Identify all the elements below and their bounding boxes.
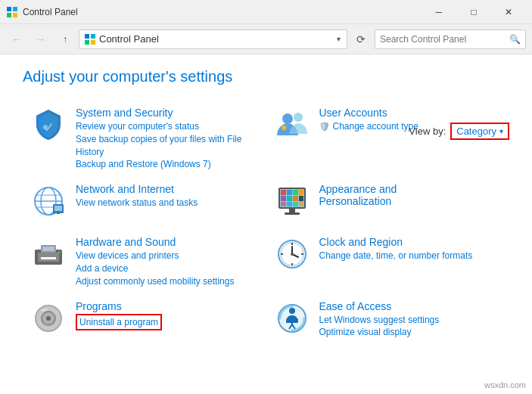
user-accounts-title[interactable]: User Accounts [319,107,502,119]
hardware-sound-link-2[interactable]: Add a device [76,262,259,275]
view-by-value: Category [456,126,496,137]
svg-point-56 [289,308,295,314]
ease-of-access-link-2[interactable]: Optimize visual display [319,326,502,339]
title-bar-icon [6,6,18,18]
minimize-button[interactable]: ─ [422,0,456,24]
programs-text: Programs Uninstall a program [76,300,259,331]
view-by-control: View by: Category ▾ [409,123,509,140]
appearance-personalization-text: Appearance andPersonalization [319,183,502,209]
dropdown-arrow: ▾ [499,127,503,135]
svg-rect-38 [42,247,54,251]
svg-rect-5 [91,34,95,39]
svg-rect-3 [13,13,17,17]
svg-rect-6 [85,40,89,45]
svg-rect-30 [287,202,292,206]
network-internet-text: Network and Internet View network status… [76,183,259,209]
system-security-link-1[interactable]: Review your computer's status [76,120,259,133]
view-by-label: View by: [409,126,446,137]
system-security-link-2[interactable]: Save backup copies of your files with Fi… [76,133,259,159]
network-internet-title[interactable]: Network and Internet [76,183,259,195]
user-accounts-icon [274,107,310,143]
forward-button[interactable]: → [30,29,51,50]
svg-rect-17 [54,206,62,211]
svg-rect-25 [281,196,286,201]
svg-point-54 [46,316,51,321]
svg-rect-28 [299,196,303,201]
title-bar-title: Control Panel [23,7,422,17]
system-security-text: System and Security Review your computer… [76,107,259,171]
clock-region-icon [274,236,310,272]
svg-rect-4 [85,34,89,39]
title-bar: Control Panel ─ □ ✕ [0,0,532,24]
svg-rect-0 [7,7,11,11]
user-accounts-link-1[interactable]: Change account type [333,120,418,133]
programs-title[interactable]: Programs [76,300,259,312]
svg-rect-26 [287,196,292,201]
maximize-button[interactable]: □ [456,0,491,24]
watermark: wsxdn.com [484,380,526,389]
svg-rect-18 [57,212,60,214]
programs-icon [30,300,67,337]
back-button[interactable]: ← [6,29,27,50]
category-hardware-sound: Hardware and Sound View devices and prin… [23,230,266,293]
system-security-icon [30,107,67,143]
category-programs: Programs Uninstall a program [23,294,266,347]
svg-rect-27 [293,196,298,201]
search-box[interactable]: 🔍 [375,29,526,49]
hardware-sound-title[interactable]: Hardware and Sound [76,236,259,248]
refresh-button[interactable]: ⟳ [350,29,372,50]
close-button[interactable]: ✕ [491,0,526,24]
svg-rect-29 [281,202,286,206]
category-network-internet: Network and Internet View network status… [23,177,266,230]
svg-rect-22 [287,190,292,195]
ease-of-access-text: Ease of Access Let Windows suggest setti… [319,300,502,340]
hardware-sound-icon [30,236,67,272]
ease-of-access-icon [274,300,310,337]
hardware-sound-link-1[interactable]: View devices and printers [76,250,259,262]
clock-region-title[interactable]: Clock and Region [319,236,502,248]
title-bar-controls: ─ □ ✕ [422,0,526,24]
clock-region-link-1[interactable]: Change date, time, or number formats [319,250,502,262]
network-internet-link-1[interactable]: View network status and tasks [76,197,259,209]
address-path[interactable]: Control Panel ▾ [79,29,347,49]
svg-rect-32 [299,202,303,206]
category-clock-region: Clock and Region Change date, time, or n… [266,230,510,293]
appearance-personalization-icon [274,183,310,219]
path-chevron[interactable]: ▾ [335,35,342,43]
network-internet-icon [30,183,67,219]
search-input[interactable] [380,34,509,45]
page-title: Adjust your computer's settings [23,68,509,85]
ease-of-access-title[interactable]: Ease of Access [319,300,502,312]
system-security-link-3[interactable]: Backup and Restore (Windows 7) [76,158,259,171]
search-icon: 🔍 [509,34,521,45]
svg-point-10 [294,113,303,122]
main-content: Adjust your computer's settings View by:… [0,54,532,355]
path-icon [84,33,96,45]
up-button[interactable]: ↑ [54,29,76,50]
programs-uninstall-link[interactable]: Uninstall a program [76,314,162,331]
svg-point-9 [282,113,293,124]
svg-rect-39 [41,257,56,259]
svg-rect-7 [91,40,95,45]
system-security-title[interactable]: System and Security [76,107,259,119]
appearance-personalization-title[interactable]: Appearance andPersonalization [319,183,502,207]
svg-rect-24 [299,190,303,195]
clock-region-text: Clock and Region Change date, time, or n… [319,236,502,262]
category-system-security: System and Security Review your computer… [23,101,266,177]
ease-of-access-link-1[interactable]: Let Windows suggest settings [319,314,502,327]
hardware-sound-text: Hardware and Sound View devices and prin… [76,236,259,287]
svg-rect-2 [7,13,11,17]
svg-rect-34 [285,213,300,215]
svg-rect-33 [289,209,295,213]
view-by-dropdown[interactable]: Category ▾ [450,123,509,140]
svg-point-49 [291,253,294,256]
svg-point-40 [58,251,61,254]
category-ease-of-access: Ease of Access Let Windows suggest setti… [266,294,510,347]
category-appearance-personalization: Appearance andPersonalization [266,177,510,230]
address-bar: ← → ↑ Control Panel ▾ ⟳ 🔍 [0,24,532,54]
svg-rect-1 [13,7,17,11]
hardware-sound-link-3[interactable]: Adjust commonly used mobility settings [76,275,259,288]
svg-rect-23 [293,190,298,195]
svg-rect-31 [293,202,298,206]
path-text: Control Panel [99,33,332,45]
